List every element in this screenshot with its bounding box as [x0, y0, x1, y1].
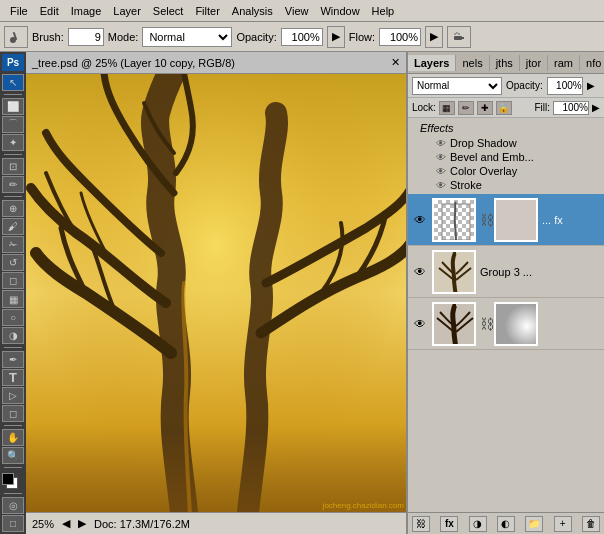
- text-tool[interactable]: T: [2, 369, 24, 386]
- lock-transparent-btn[interactable]: ▦: [439, 101, 455, 115]
- menu-layer[interactable]: Layer: [107, 3, 147, 19]
- layers-options-row: Normal Multiply Screen Opacity: ▶: [408, 74, 604, 98]
- rect-select-tool[interactable]: ⬜: [2, 98, 24, 115]
- effect-color-overlay[interactable]: 👁 Color Overlay: [412, 164, 600, 178]
- menu-window[interactable]: Window: [314, 3, 365, 19]
- layer-eye-group3[interactable]: 👁: [412, 264, 428, 280]
- layer-mask-thumb-bottom: [494, 302, 538, 346]
- adjustment-layer-btn[interactable]: ◐: [497, 516, 515, 532]
- layers-bottom-bar: ⛓ fx ◑ ◐ 📁 + 🗑: [408, 512, 604, 534]
- airbrush-icon: [452, 30, 466, 44]
- eraser-tool[interactable]: ◻: [2, 272, 24, 289]
- menu-file[interactable]: File: [4, 3, 34, 19]
- eye-icon-drop-shadow[interactable]: 👁: [436, 138, 446, 149]
- canvas-nav-btn-right[interactable]: ▶: [78, 517, 86, 530]
- opacity-input[interactable]: [281, 28, 323, 46]
- history-tool[interactable]: ↺: [2, 254, 24, 271]
- menu-analysis[interactable]: Analysis: [226, 3, 279, 19]
- menu-image[interactable]: Image: [65, 3, 108, 19]
- lock-paint-btn[interactable]: ✏: [458, 101, 474, 115]
- layer-eye-active[interactable]: 👁: [412, 212, 428, 228]
- layer-eye-bottom[interactable]: 👁: [412, 316, 428, 332]
- blend-mode-select[interactable]: Normal Multiply Screen: [142, 27, 232, 47]
- layer-chain-active[interactable]: ⛓: [480, 212, 490, 228]
- lasso-tool[interactable]: ⌒: [2, 116, 24, 133]
- layer-blend-mode[interactable]: Normal Multiply Screen: [412, 77, 502, 95]
- tab-history[interactable]: jtor: [520, 55, 548, 71]
- svg-point-5: [456, 32, 458, 34]
- menu-help[interactable]: Help: [366, 3, 401, 19]
- lock-all-btn[interactable]: 🔒: [496, 101, 512, 115]
- screen-mode-btn[interactable]: □: [2, 515, 24, 532]
- quick-mask-btn[interactable]: ◎: [2, 497, 24, 514]
- tab-actions[interactable]: ram: [548, 55, 580, 71]
- path-tool[interactable]: ▷: [2, 387, 24, 404]
- shape-tool[interactable]: ◻: [2, 405, 24, 422]
- link-layers-btn[interactable]: ⛓: [412, 516, 430, 532]
- layer-thumb-group3: [432, 250, 476, 294]
- layer-style-btn[interactable]: fx: [440, 516, 458, 532]
- zoom-tool[interactable]: 🔍: [2, 447, 24, 464]
- brush-label: Brush:: [32, 31, 64, 43]
- new-group-btn[interactable]: 📁: [525, 516, 543, 532]
- tab-layers[interactable]: Layers: [408, 55, 456, 71]
- opacity-arrow-icon[interactable]: ▶: [587, 80, 595, 91]
- brush-icon: [9, 30, 23, 44]
- effect-bevel[interactable]: 👁 Bevel and Emb...: [412, 150, 600, 164]
- svg-rect-15: [496, 304, 538, 346]
- gradient-tool[interactable]: ▦: [2, 290, 24, 307]
- canvas-nav-btn-left[interactable]: ◀: [62, 517, 70, 530]
- lock-move-btn[interactable]: ✚: [477, 101, 493, 115]
- opacity-label: Opacity:: [236, 31, 276, 43]
- color-swatches[interactable]: [2, 473, 24, 488]
- effect-stroke[interactable]: 👁 Stroke: [412, 178, 600, 192]
- add-mask-btn[interactable]: ◑: [469, 516, 487, 532]
- layer-thumb-active: [432, 198, 476, 242]
- effect-color-overlay-label: Color Overlay: [450, 165, 517, 177]
- layer-opacity-input[interactable]: [547, 77, 583, 95]
- canvas-close-btn[interactable]: ✕: [391, 56, 400, 69]
- crop-tool[interactable]: ⊡: [2, 158, 24, 175]
- tab-paths[interactable]: jths: [490, 55, 520, 71]
- brush-size-input[interactable]: [68, 28, 104, 46]
- eye-icon-stroke[interactable]: 👁: [436, 180, 446, 191]
- flow-input[interactable]: [379, 28, 421, 46]
- heal-tool[interactable]: ⊕: [2, 200, 24, 217]
- effect-drop-shadow-label: Drop Shadow: [450, 137, 517, 149]
- eye-icon-color-overlay[interactable]: 👁: [436, 166, 446, 177]
- dodge-tool[interactable]: ◑: [2, 327, 24, 344]
- menu-edit[interactable]: Edit: [34, 3, 65, 19]
- flow-arrow-btn[interactable]: ▶: [425, 26, 443, 48]
- airbrush-btn[interactable]: [447, 26, 471, 48]
- canvas-content[interactable]: jocheng.chazidian.com: [26, 74, 406, 512]
- opacity-arrow-btn[interactable]: ▶: [327, 26, 345, 48]
- tab-info[interactable]: nfo: [580, 55, 604, 71]
- fill-arrow-icon[interactable]: ▶: [592, 102, 600, 113]
- layer-row-active[interactable]: 👁 ⛓ ... fx: [408, 194, 604, 246]
- magic-wand-tool[interactable]: ✦: [2, 134, 24, 151]
- pen-tool[interactable]: ✒: [2, 351, 24, 368]
- tree-svg: [26, 74, 406, 512]
- menu-filter[interactable]: Filter: [189, 3, 225, 19]
- layer-row-bottom[interactable]: 👁 ⛓: [408, 298, 604, 350]
- brush-tool[interactable]: 🖌: [2, 218, 24, 235]
- new-layer-btn[interactable]: +: [554, 516, 572, 532]
- fill-input[interactable]: [553, 101, 589, 115]
- effect-drop-shadow[interactable]: 👁 Drop Shadow: [412, 136, 600, 150]
- move-tool[interactable]: ↖: [2, 74, 24, 91]
- menu-select[interactable]: Select: [147, 3, 190, 19]
- eyedropper-tool[interactable]: ✏: [2, 176, 24, 193]
- layer-chain-bottom[interactable]: ⛓: [480, 316, 490, 332]
- tab-channels[interactable]: nels: [456, 55, 489, 71]
- delete-layer-btn[interactable]: 🗑: [582, 516, 600, 532]
- tool-separator-5: [4, 425, 22, 426]
- hand-tool[interactable]: ✋: [2, 429, 24, 446]
- menu-view[interactable]: View: [279, 3, 315, 19]
- brush-tool-btn[interactable]: [4, 26, 28, 48]
- clone-tool[interactable]: ✁: [2, 236, 24, 253]
- layer-row-group3[interactable]: 👁 Group 3 ...: [408, 246, 604, 298]
- eye-icon-bevel[interactable]: 👁: [436, 152, 446, 163]
- canvas-tab[interactable]: _tree.psd @ 25% (Layer 10 copy, RGB/8) ✕: [26, 52, 406, 74]
- blur-tool[interactable]: ○: [2, 309, 24, 326]
- left-toolbar: Ps ↖ ⬜ ⌒ ✦ ⊡ ✏ ⊕ 🖌 ✁ ↺ ◻ ▦ ○ ◑ ✒ T ▷ ◻ ✋…: [0, 52, 26, 534]
